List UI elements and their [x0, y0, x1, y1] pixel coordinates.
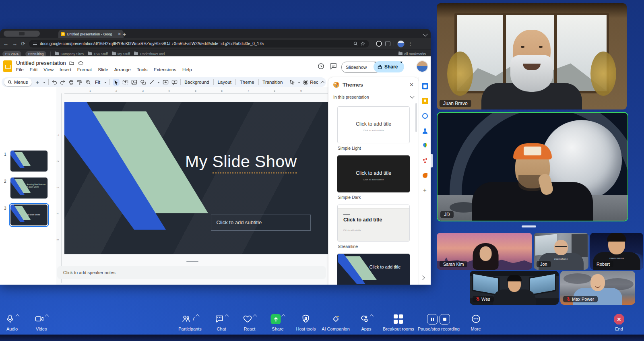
- themes-section-header[interactable]: In this presentation: [328, 92, 419, 102]
- speaker-notes[interactable]: Click to add speaker notes: [57, 266, 326, 279]
- zoom-page-icon[interactable]: [353, 41, 358, 46]
- zoom-breakout-rooms-button[interactable]: Breakout rooms: [383, 314, 414, 331]
- forward-icon[interactable]: →: [12, 41, 17, 46]
- theme-button[interactable]: Theme: [239, 80, 256, 85]
- share-dropdown-icon[interactable]: [400, 63, 402, 70]
- menu-arrange[interactable]: Arrange: [114, 67, 131, 72]
- zoom-end-button[interactable]: ✕ End: [614, 314, 624, 331]
- rec-button[interactable]: Rec: [303, 80, 318, 85]
- video-tile-sarah-kim[interactable]: Sarah Kim: [437, 233, 532, 270]
- video-tile-juan-bravo[interactable]: Juan Bravo: [437, 3, 627, 110]
- menu-format[interactable]: Format: [77, 67, 92, 72]
- insert-comment-tool[interactable]: [171, 79, 178, 85]
- document-title[interactable]: Untitled presentation: [16, 60, 66, 66]
- tab-list-chevron-icon[interactable]: [423, 31, 428, 37]
- bookmark-group-ec2024[interactable]: EC 2024: [2, 51, 21, 57]
- menu-file[interactable]: File: [16, 67, 24, 72]
- video-tile-robert[interactable]: zoom rooms Robert: [590, 233, 643, 270]
- address-bar[interactable]: docs.google.com/presentation/d/16iH2xq9R…: [29, 40, 369, 48]
- notes-resize-handle[interactable]: [186, 261, 198, 262]
- bookmark-folder-tradeshows[interactable]: Tradeshows and...: [134, 52, 168, 56]
- calendar-icon[interactable]: [422, 83, 428, 89]
- menu-help[interactable]: Help: [182, 67, 192, 72]
- zoom-more-button[interactable]: More: [471, 314, 481, 331]
- video-options-caret[interactable]: [45, 314, 49, 318]
- site-settings-icon[interactable]: [33, 42, 37, 45]
- browser-profile-avatar[interactable]: [397, 40, 405, 48]
- insert-line-tool[interactable]: [149, 79, 155, 85]
- zoom-react-button[interactable]: React: [243, 314, 256, 331]
- tasks-icon[interactable]: [422, 113, 428, 119]
- share-caret[interactable]: [281, 314, 285, 318]
- browser-tab[interactable]: Untitled presentation - Goog ✕: [58, 30, 124, 38]
- zoom-recording-button[interactable]: Pause/stop recording: [418, 314, 460, 331]
- fit-dropdown-icon[interactable]: [104, 82, 107, 85]
- comments-icon[interactable]: [330, 63, 337, 70]
- background-button[interactable]: Background: [183, 80, 210, 85]
- version-history-icon[interactable]: [318, 63, 324, 70]
- window-controls[interactable]: [4, 31, 40, 37]
- share-button[interactable]: Share: [374, 61, 404, 72]
- slide-canvas[interactable]: My Slide Show Click to add subtitle: [64, 102, 328, 254]
- contacts-icon[interactable]: [422, 128, 428, 134]
- laser-pointer-icon[interactable]: [289, 79, 295, 85]
- slide-thumbnail-3-selected[interactable]: My Slide Show: [10, 205, 47, 225]
- insert-image-tool[interactable]: [131, 79, 137, 85]
- menu-view[interactable]: View: [43, 67, 54, 72]
- select-tool[interactable]: [113, 79, 120, 86]
- bookmark-folder-my-stuff[interactable]: My Stuff: [112, 52, 130, 56]
- bookmark-folder-tsa-stuff[interactable]: TSA Stuff: [88, 52, 108, 56]
- zoom-share-button[interactable]: Share: [271, 314, 285, 331]
- theme-card-streamline[interactable]: Click to add title Click to add subtitle: [337, 205, 410, 242]
- insert-shape-tool[interactable]: [140, 79, 146, 85]
- layout-button[interactable]: Layout: [216, 80, 233, 85]
- react-caret[interactable]: [253, 314, 257, 318]
- zoom-apps-button[interactable]: Apps: [359, 314, 373, 331]
- zoom-icon[interactable]: [85, 79, 91, 85]
- new-slide-button[interactable]: +: [35, 79, 41, 86]
- slide-thumbnail-1[interactable]: [10, 151, 47, 172]
- menus-search-button[interactable]: Menus: [4, 78, 32, 86]
- pointer-dropdown-icon[interactable]: [298, 82, 300, 85]
- slide-subtitle-placeholder[interactable]: Click to add subtitle: [211, 215, 311, 231]
- stop-recording-icon[interactable]: [440, 314, 450, 324]
- tab-close-icon[interactable]: ✕: [118, 32, 121, 36]
- chat-caret[interactable]: [225, 314, 229, 318]
- video-tile-max-power[interactable]: Max Power: [560, 271, 635, 305]
- addon-icon-red[interactable]: [422, 157, 428, 164]
- zoom-participants-button[interactable]: 7 Participants: [178, 314, 201, 331]
- menu-edit[interactable]: Edit: [30, 67, 38, 72]
- all-bookmarks-button[interactable]: All Bookmarks: [398, 52, 428, 56]
- star-icon[interactable]: ☆: [61, 61, 65, 66]
- bookmark-star-icon[interactable]: [361, 41, 365, 46]
- redo-icon[interactable]: [60, 79, 66, 85]
- keep-icon[interactable]: [422, 98, 428, 104]
- move-folder-icon[interactable]: [69, 61, 74, 65]
- cloud-status-icon[interactable]: [78, 61, 83, 65]
- back-icon[interactable]: ←: [3, 41, 8, 46]
- extensions-icon[interactable]: [385, 41, 390, 46]
- zoom-host-tools-button[interactable]: Host tools: [296, 314, 316, 331]
- video-tile-jon[interactable]: zoomphone Jon: [534, 233, 588, 270]
- transition-button[interactable]: Transition: [261, 80, 284, 85]
- slides-account-avatar[interactable]: [416, 60, 428, 72]
- theme-card-simple-dark[interactable]: Click to add title Click to add subtitle: [337, 155, 410, 192]
- menu-extensions[interactable]: Extensions: [154, 67, 176, 72]
- zoom-fit-select[interactable]: Fit: [94, 80, 101, 85]
- panel-resize-handle[interactable]: [431, 154, 433, 167]
- get-addons-icon[interactable]: +: [422, 187, 428, 194]
- insert-placeholder-tool[interactable]: [163, 79, 169, 85]
- theme-card-current[interactable]: Click to add title: [337, 254, 410, 285]
- undo-icon[interactable]: [52, 79, 57, 85]
- bookmark-folder-company-sites[interactable]: Company Sites: [55, 52, 84, 56]
- toolbar-collapse-icon[interactable]: [320, 81, 324, 85]
- participants-caret[interactable]: [195, 314, 199, 318]
- apps-caret[interactable]: [370, 314, 374, 318]
- line-dropdown-icon[interactable]: [157, 82, 160, 85]
- video-tile-wes[interactable]: Wes: [470, 271, 559, 305]
- video-tile-jd-active-speaker[interactable]: JD: [437, 112, 628, 221]
- paint-format-icon[interactable]: [77, 79, 83, 85]
- recording-indicator-icon[interactable]: [376, 41, 382, 47]
- theme-card-simple-light[interactable]: Click to add title Click to add subtitle: [337, 106, 410, 143]
- menu-slide[interactable]: Slide: [98, 67, 108, 72]
